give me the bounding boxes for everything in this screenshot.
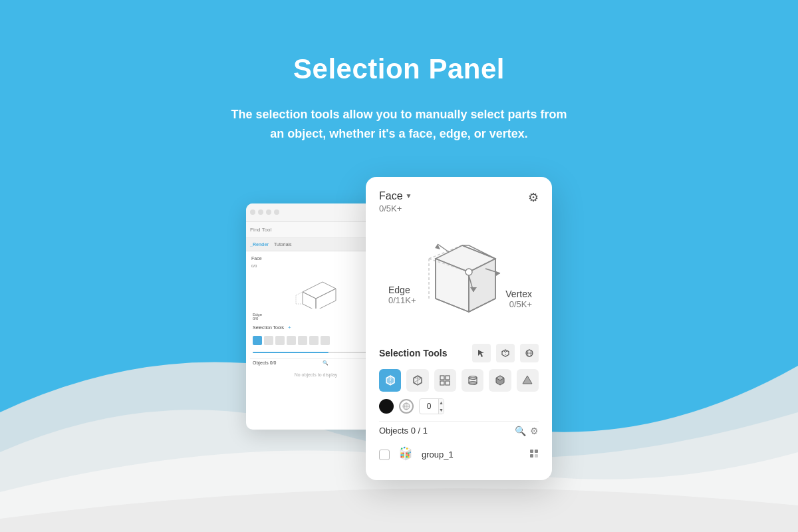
svg-rect-63 bbox=[402, 454, 404, 456]
svg-rect-58 bbox=[406, 456, 408, 457]
sp-cube-area bbox=[289, 272, 342, 309]
number-arrows[interactable]: ▲ ▼ bbox=[438, 399, 444, 414]
objects-label: Objects 0 / 1 bbox=[379, 426, 511, 436]
svg-rect-60 bbox=[401, 452, 402, 454]
face-selector-inner: Face ▼ bbox=[379, 190, 412, 202]
svg-rect-39 bbox=[440, 381, 444, 385]
svg-rect-38 bbox=[446, 376, 450, 380]
selection-tools-label: Selection Tools bbox=[379, 348, 467, 358]
sp-search-icon[interactable]: 🔍 bbox=[323, 360, 329, 366]
sp-objects-label: Objects 0/0 bbox=[253, 360, 276, 365]
svg-line-3 bbox=[296, 292, 303, 295]
tool-btn-cylinder[interactable] bbox=[462, 369, 483, 392]
svg-rect-59 bbox=[408, 456, 409, 457]
sp-tool-6[interactable] bbox=[309, 336, 319, 345]
num-up-arrow[interactable]: ▲ bbox=[439, 399, 444, 406]
face-dropdown-arrow[interactable]: ▼ bbox=[406, 192, 412, 200]
sp-tool-7[interactable] bbox=[321, 336, 330, 345]
number-value: 0 bbox=[420, 402, 438, 411]
sp-tool-3[interactable] bbox=[275, 336, 285, 345]
object-action-icon[interactable] bbox=[529, 449, 539, 460]
object-checkbox[interactable] bbox=[379, 450, 390, 460]
tool-btn-cube-dark[interactable] bbox=[489, 369, 511, 392]
tool-btn-wireframe[interactable] bbox=[406, 369, 428, 392]
panel-top-row: Face ▼ 0/5K+ ⚙ bbox=[379, 190, 539, 213]
sp-sel-tools-label: Selection Tools bbox=[253, 325, 284, 330]
svg-rect-57 bbox=[408, 454, 409, 456]
mesh-icon[interactable] bbox=[399, 399, 414, 414]
face-label: Face bbox=[379, 190, 403, 202]
svg-rect-69 bbox=[530, 450, 533, 453]
tool-btn-shape[interactable] bbox=[517, 369, 539, 392]
settings-icon[interactable]: ⚙ bbox=[530, 426, 539, 436]
sp-tools-icons bbox=[250, 334, 382, 346]
sp-face-count: 0/0 bbox=[250, 264, 382, 268]
sp-edge-label: Edge bbox=[253, 313, 262, 317]
search-icon[interactable]: 🔍 bbox=[515, 426, 526, 436]
small-panel-nav: _Render Tutorials bbox=[246, 238, 386, 251]
sp-tool-2[interactable] bbox=[264, 336, 273, 345]
sp-face-row: Face ⚙ bbox=[250, 255, 382, 261]
color-black-dot[interactable] bbox=[379, 399, 394, 414]
page-title: Selection Panel bbox=[293, 53, 505, 85]
sp-no-objects: No objects to display bbox=[250, 370, 382, 380]
window-dot-4 bbox=[274, 209, 279, 215]
sp-face-label: Face bbox=[251, 256, 262, 261]
cube-3d-svg bbox=[399, 225, 519, 332]
sp-slider-fill bbox=[253, 352, 329, 353]
window-dot-1 bbox=[250, 209, 255, 215]
cube-area: Edge 0/11K+ Vertex 0/5K+ bbox=[379, 219, 539, 338]
sp-slider-track[interactable] bbox=[253, 352, 379, 353]
svg-rect-55 bbox=[410, 452, 411, 453]
svg-rect-64 bbox=[401, 456, 402, 457]
globe-icon[interactable] bbox=[520, 344, 539, 362]
svg-rect-54 bbox=[408, 452, 409, 454]
svg-rect-62 bbox=[401, 454, 402, 456]
window-dot-2 bbox=[258, 209, 263, 215]
svg-rect-61 bbox=[402, 452, 404, 454]
sp-tool-1[interactable] bbox=[253, 336, 262, 345]
edge-label-container: Edge 0/11K+ bbox=[388, 285, 416, 305]
face-count: 0/5K+ bbox=[379, 203, 412, 213]
svg-rect-56 bbox=[406, 454, 408, 456]
small-panel-header bbox=[246, 203, 386, 222]
svg-marker-2 bbox=[316, 289, 336, 309]
object-item: group_1 bbox=[379, 443, 539, 467]
sp-tool-4[interactable] bbox=[287, 336, 296, 345]
selection-tools-row: Selection Tools bbox=[379, 344, 539, 362]
vertex-label-container: Vertex 0/5K+ bbox=[505, 289, 532, 309]
vertex-count: 0/5K+ bbox=[505, 299, 532, 309]
sp-selection-tools: Selection Tools + bbox=[250, 323, 382, 332]
svg-rect-65 bbox=[402, 456, 404, 457]
sp-labels-row: Edge 0/0 Vertex 0/0 bbox=[250, 313, 382, 321]
edge-label-name: Edge bbox=[388, 285, 416, 295]
sp-tool-5[interactable] bbox=[298, 336, 307, 345]
tool-btn-cube-blue[interactable] bbox=[379, 369, 401, 392]
settings-gear-icon[interactable]: ⚙ bbox=[528, 190, 539, 205]
sp-cube-svg bbox=[289, 272, 342, 309]
svg-marker-0 bbox=[303, 282, 336, 299]
main-panel: Face ▼ 0/5K+ ⚙ bbox=[366, 177, 552, 480]
num-down-arrow[interactable]: ▼ bbox=[439, 406, 444, 414]
tool-btn-cube-grid[interactable] bbox=[434, 369, 456, 392]
sp-toolbar-label: Find Tool bbox=[250, 227, 271, 233]
svg-rect-70 bbox=[535, 450, 538, 453]
face-selector: Face ▼ 0/5K+ bbox=[379, 190, 412, 213]
sp-nav-item2: Tutorials bbox=[274, 242, 292, 247]
number-input[interactable]: 0 ▲ ▼ bbox=[419, 398, 444, 414]
svg-rect-37 bbox=[440, 376, 444, 380]
svg-rect-71 bbox=[530, 454, 533, 458]
small-panel-body: Face ⚙ 0/0 bbox=[246, 251, 386, 384]
sp-objects-row: Objects 0/0 🔍 ⚙ bbox=[250, 358, 382, 367]
page-subtitle: The selection tools allow you to manuall… bbox=[226, 105, 572, 144]
window-dot-3 bbox=[266, 209, 271, 215]
sp-slider-row bbox=[250, 349, 382, 356]
cursor-icon[interactable] bbox=[472, 344, 491, 362]
svg-point-17 bbox=[466, 269, 472, 275]
rubiks-cube-icon bbox=[396, 446, 415, 464]
cube-icon-1[interactable] bbox=[496, 344, 515, 362]
sp-edge-count: 0/0 bbox=[253, 317, 262, 321]
small-panel: Find Tool _Render Tutorials Face ⚙ 0/0 bbox=[246, 203, 386, 430]
controls-row: 0 ▲ ▼ bbox=[379, 398, 539, 414]
object-name: group_1 bbox=[422, 450, 523, 460]
